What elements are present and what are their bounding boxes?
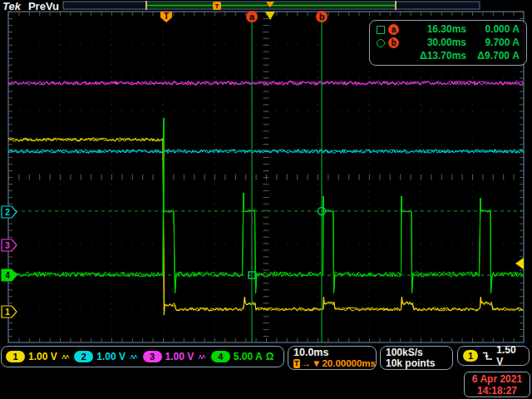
time-label: 14:18:27 <box>465 385 530 397</box>
channel-readouts[interactable]: 1 1.00 V 2 1.00 V 3 1.00 V 4 5.00 A Ω <box>1 346 284 367</box>
cursor-b-badge: b <box>388 37 399 48</box>
channel-4-marker-number: 4 <box>5 271 10 280</box>
channel-2-marker-number: 2 <box>5 208 10 217</box>
cursor-a-top-letter: a <box>249 12 255 22</box>
falling-edge-icon <box>482 351 492 361</box>
bandwidth-icon <box>198 352 206 361</box>
termination-ohm-label: Ω <box>266 351 274 362</box>
trigger-position-icon: T <box>293 359 300 368</box>
cursor-b-time: 30.00ms <box>406 37 466 50</box>
trigger-delay-row: T → ▼ 20.00000ms <box>293 358 376 369</box>
channel-4-readout[interactable]: 4 5.00 A Ω <box>211 351 279 362</box>
cursor-b-top-letter: b <box>319 12 325 22</box>
record-view-bar[interactable]: T <box>63 1 480 10</box>
date-label: 6 Apr 2021 <box>465 373 530 385</box>
cursor-a-marker-icon <box>377 26 385 34</box>
cursor-readout[interactable]: a 16.30ms 0.000 A b 30.00ms 9.700 A Δ13.… <box>369 20 527 66</box>
trigger-delay-value: 20.00000ms <box>322 358 376 369</box>
tek-logo: Tek <box>2 0 21 12</box>
channel-1-marker-number: 1 <box>5 308 10 317</box>
acquisition-mode: PreVu <box>28 0 59 12</box>
channel-3-scale: 1.00 V <box>165 351 195 362</box>
channel-1-badge[interactable]: 1 <box>6 351 25 362</box>
status-header: TekPreVu <box>2 0 59 12</box>
acquisition-readout[interactable]: 100kS/s 10k points <box>380 346 453 370</box>
arrow-right-icon: → <box>302 358 312 369</box>
channel-2-readout[interactable]: 2 1.00 V <box>74 351 142 362</box>
horizontal-readout[interactable]: 10.0ms T → ▼ 20.00000ms <box>288 346 377 370</box>
channel-1-readout[interactable]: 1 1.00 V <box>6 351 74 362</box>
channel-4-scale: 5.00 A <box>234 351 263 362</box>
bar-trigger-letter: T <box>215 2 219 10</box>
channel-1-scale: 1.00 V <box>28 351 57 362</box>
expansion-point-icon: ▼ <box>312 358 321 369</box>
channel-3-readout[interactable]: 3 1.00 V <box>143 351 211 362</box>
cursor-a-value: 0.000 A <box>466 23 520 37</box>
cursor-a-badge: a <box>388 24 399 35</box>
cursor-b-value: 9.700 A <box>466 37 520 50</box>
channel-4-badge[interactable]: 4 <box>211 351 230 362</box>
cursor-delta-time: Δ13.70ms <box>406 50 466 63</box>
trigger-source-badge: 1 <box>463 350 478 362</box>
channel-3-marker-number: 3 <box>5 241 10 250</box>
timebase-scale: 10.0ms <box>293 347 376 358</box>
trigger-position-letter: T <box>164 12 169 21</box>
channel-2-badge[interactable]: 2 <box>74 351 93 362</box>
cursor-delta-spacer <box>377 50 406 63</box>
oscilloscope-screen: TekPreVu TabT2341 a 16.30ms 0.000 A b 30… <box>0 0 532 399</box>
datetime-display: 6 Apr 2021 14:18:27 <box>464 372 530 397</box>
record-length: 10k points <box>386 358 452 369</box>
cursor-delta-value: Δ9.700 A <box>466 50 520 63</box>
trigger-level-value: 1.50 V <box>496 344 524 367</box>
channel-3-badge[interactable]: 3 <box>143 351 162 362</box>
cursor-a-time: 16.30ms <box>406 23 466 37</box>
cursor-b-marker-icon <box>377 39 385 47</box>
channel-2-scale: 1.00 V <box>96 351 126 362</box>
trigger-readout[interactable]: 1 1.50 V <box>457 346 530 366</box>
cursor-a-row-symbols: a <box>377 23 406 37</box>
bandwidth-icon <box>62 352 70 361</box>
bandwidth-icon <box>130 352 138 361</box>
cursor-b-row-symbols: b <box>377 37 406 50</box>
